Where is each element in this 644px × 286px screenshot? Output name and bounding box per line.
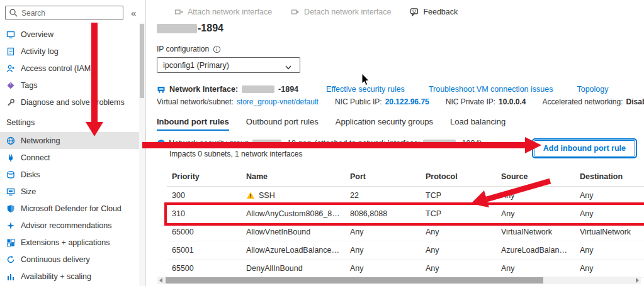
- cell-protocol: Any: [421, 241, 496, 260]
- sidebar-item-diagnose[interactable]: Diagnose and solve problems: [0, 94, 145, 111]
- advisor-icon: [6, 221, 15, 230]
- disks-icon: [6, 170, 15, 179]
- detach-network-interface-button[interactable]: Detach network interface: [291, 8, 391, 16]
- sidebar-scrollbar[interactable]: [139, 23, 145, 286]
- public-ip-group: NIC Public IP: 20.122.96.75: [335, 97, 429, 106]
- cell-destination: Any: [575, 205, 644, 223]
- sidebar-item-defender[interactable]: Microsoft Defender for Cloud: [0, 200, 145, 217]
- sidebar-item-availability[interactable]: Availability + scaling: [0, 268, 145, 285]
- main-content: Attach network interface Detach network …: [147, 0, 644, 286]
- sidebar-item-tags[interactable]: Tags: [0, 77, 145, 94]
- tab-outbound-port-rules[interactable]: Outbound port rules: [246, 117, 319, 131]
- sidebar-search-row: «: [0, 0, 145, 24]
- troubleshoot-link[interactable]: Troubleshoot VM connection issues: [429, 85, 553, 94]
- cell-name: AllowAnyCustom8086_8088In...: [241, 205, 345, 223]
- table-header-row: Priority Name Port Protocol Source Desti…: [167, 167, 644, 187]
- tab-load-balancing[interactable]: Load balancing: [450, 117, 506, 131]
- vnet-subnet-link[interactable]: store_group-vnet/default: [237, 97, 319, 106]
- rule-row-ssh[interactable]: 300 SSH 22 TCP Any Any: [167, 187, 644, 205]
- cell-protocol: Any: [421, 223, 496, 241]
- col-protocol: Protocol: [421, 167, 496, 187]
- cell-protocol: TCP: [421, 205, 496, 223]
- overview-icon: [6, 30, 15, 39]
- sidebar-item-label: Availability + scaling: [21, 272, 91, 281]
- horizontal-scrollbar-thumb[interactable]: [166, 277, 543, 283]
- network-interface-icon: [157, 85, 166, 94]
- nic-links: Effective security rules Troubleshoot VM…: [326, 85, 608, 94]
- defender-shield-icon: [6, 204, 15, 213]
- accelerated-value: Disabled: [626, 97, 644, 106]
- cell-name: SSH: [246, 191, 340, 200]
- sidebar-item-networking[interactable]: Networking: [0, 132, 145, 149]
- public-ip-value[interactable]: 20.122.96.75: [385, 97, 429, 106]
- cell-priority: 65001: [167, 241, 241, 260]
- attach-network-interface-button[interactable]: Attach network interface: [174, 8, 272, 16]
- sidebar-item-overview[interactable]: Overview: [0, 26, 145, 43]
- cell-name: DenyAllInBound: [241, 260, 345, 278]
- add-inbound-port-rule-button[interactable]: Add inbound port rule: [534, 140, 635, 157]
- cell-priority: 300: [167, 187, 241, 205]
- search-box: [5, 6, 123, 20]
- search-input[interactable]: [5, 6, 123, 20]
- detach-icon: [291, 8, 300, 16]
- effective-security-rules-link[interactable]: Effective security rules: [326, 85, 405, 94]
- sidebar-item-connect[interactable]: Connect: [0, 149, 145, 166]
- col-priority: Priority: [167, 167, 241, 187]
- col-name: Name: [241, 167, 345, 187]
- rule-row-custom-8086-8088[interactable]: 310 AllowAnyCustom8086_8088In... 8086,80…: [167, 205, 644, 223]
- sidebar-item-label: Extensions + applications: [21, 238, 110, 247]
- tab-inbound-port-rules[interactable]: Inbound port rules: [157, 117, 229, 131]
- sidebar-scrollbar-thumb[interactable]: [140, 24, 144, 98]
- feedback-label: Feedback: [423, 8, 458, 16]
- cell-port: 22: [345, 187, 421, 205]
- scroll-left-arrow-icon[interactable]: [159, 278, 162, 283]
- availability-scaling-icon: [6, 272, 15, 281]
- private-ip-value: 10.0.0.4: [499, 97, 526, 106]
- tab-application-security-groups[interactable]: Application security groups: [336, 117, 433, 131]
- warning-icon: [246, 191, 255, 200]
- feedback-button[interactable]: Feedback: [410, 8, 458, 16]
- ip-configuration-selected: ipconfig1 (Primary): [163, 61, 229, 70]
- topology-link[interactable]: Topology: [577, 85, 608, 94]
- cell-priority: 65500: [167, 260, 241, 278]
- cell-name: AllowVnetInBound: [241, 223, 345, 241]
- networking-icon: [6, 136, 15, 145]
- sidebar-item-label: Microsoft Defender for Cloud: [21, 204, 121, 213]
- cell-destination: Any: [575, 241, 644, 260]
- redacted-nic-name: [242, 85, 274, 93]
- sidebar: « Overview Activity log Access control (…: [0, 0, 146, 286]
- scroll-right-arrow-icon[interactable]: [636, 278, 639, 283]
- sidebar-item-extensions[interactable]: Extensions + applications: [0, 234, 145, 251]
- cell-destination: Any: [575, 260, 644, 278]
- cell-priority: 310: [167, 205, 241, 223]
- sidebar-item-size[interactable]: Size: [0, 183, 145, 200]
- tags-icon: [6, 81, 15, 90]
- sidebar-item-label: Advisor recommendations: [21, 221, 112, 230]
- redacted-vm-name: [157, 24, 197, 33]
- network-interface-label: Network Interface:: [169, 85, 238, 94]
- sidebar-item-label: Networking: [21, 136, 60, 145]
- activity-log-icon: [6, 47, 15, 56]
- cell-protocol: Any: [421, 260, 496, 278]
- nic-name-suffix: -1894: [278, 85, 298, 94]
- page-title: -1894: [157, 23, 644, 34]
- sidebar-item-activity-log[interactable]: Activity log: [0, 43, 145, 60]
- sidebar-item-label: Continuous delivery: [21, 255, 90, 264]
- info-icon[interactable]: [213, 45, 222, 53]
- rule-row-allow-lb[interactable]: 65001 AllowAzureLoadBalancerInBou... Any…: [167, 241, 644, 260]
- rule-row-deny-all[interactable]: 65500 DenyAllInBound Any Any Any Any: [167, 260, 644, 278]
- sidebar-item-label: Overview: [21, 30, 54, 39]
- nsg-lines: Network security group -18-nsg (attached…: [157, 139, 482, 158]
- sidebar-item-disks[interactable]: Disks: [0, 166, 145, 183]
- rule-row-allow-vnet[interactable]: 65000 AllowVnetInBound Any Any VirtualNe…: [167, 223, 644, 241]
- sidebar-item-access-control[interactable]: Access control (IAM): [0, 60, 145, 77]
- attach-icon: [174, 8, 183, 16]
- cell-priority: 65000: [167, 223, 241, 241]
- sidebar-item-continuous-delivery[interactable]: Continuous delivery: [0, 251, 145, 268]
- table-horizontal-scrollbar[interactable]: [157, 277, 641, 284]
- col-port: Port: [345, 167, 421, 187]
- ip-configuration-dropdown[interactable]: ipconfig1 (Primary): [157, 57, 300, 73]
- sidebar-collapse-button[interactable]: «: [128, 8, 138, 18]
- sidebar-item-advisor[interactable]: Advisor recommendations: [0, 217, 145, 234]
- cell-destination: Any: [575, 187, 644, 205]
